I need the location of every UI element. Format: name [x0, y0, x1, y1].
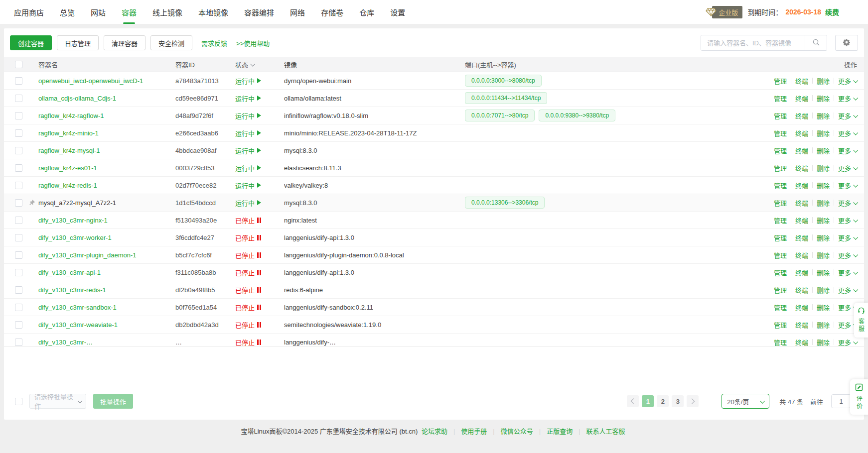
batch-operation-button[interactable]: 批量操作 — [93, 394, 133, 409]
delete-link[interactable]: 删除 — [817, 250, 830, 260]
goto-page-input[interactable] — [831, 394, 851, 408]
container-name-link[interactable]: openwebui_iwcd-openwebui_iwcD-1 — [38, 77, 143, 85]
row-checkbox[interactable] — [15, 199, 22, 207]
nav-tab-settings[interactable]: 设置 — [390, 0, 405, 24]
row-checkbox[interactable] — [15, 112, 22, 119]
row-checkbox[interactable] — [15, 164, 22, 172]
terminal-link[interactable]: 终端 — [795, 94, 808, 103]
container-name-link[interactable]: ragflow_kr4z-es01-1 — [38, 164, 97, 172]
terminal-link[interactable]: 终端 — [795, 338, 808, 347]
search-input[interactable] — [701, 35, 805, 50]
delete-link[interactable]: 删除 — [817, 320, 830, 330]
container-name-link[interactable]: dify_v130_c3mr-sandbox-1 — [38, 304, 117, 311]
delete-link[interactable]: 删除 — [817, 285, 830, 295]
nav-tab-volumes[interactable]: 存储卷 — [321, 0, 343, 24]
row-checkbox[interactable] — [15, 217, 22, 224]
more-link[interactable]: 更多 — [838, 338, 857, 347]
footer-link-forum-help[interactable]: 论坛求助 — [422, 428, 447, 435]
manage-link[interactable]: 管理 — [774, 94, 787, 103]
col-header-status[interactable]: 状态 — [235, 60, 284, 69]
delete-link[interactable]: 删除 — [817, 146, 830, 155]
terminal-link[interactable]: 终端 — [795, 181, 808, 190]
terminal-link[interactable]: 终端 — [795, 111, 808, 120]
nav-tab-registry[interactable]: 仓库 — [359, 0, 374, 24]
footer-link-genuine-check[interactable]: 正版查询 — [547, 428, 573, 435]
nav-tab-compose[interactable]: 容器编排 — [244, 0, 274, 24]
delete-link[interactable]: 删除 — [817, 128, 830, 138]
manage-link[interactable]: 管理 — [774, 338, 787, 347]
manage-link[interactable]: 管理 — [774, 216, 787, 225]
terminal-link[interactable]: 终端 — [795, 163, 808, 173]
row-checkbox[interactable] — [15, 269, 22, 276]
footer-link-manual[interactable]: 使用手册 — [461, 428, 487, 435]
more-link[interactable]: 更多 — [838, 94, 857, 103]
container-name-link[interactable]: ollama_cdjs-ollama_Cdjs-1 — [38, 95, 116, 102]
page-prev-button[interactable] — [627, 395, 639, 407]
row-checkbox[interactable] — [15, 304, 22, 311]
more-link[interactable]: 更多 — [838, 181, 857, 190]
container-name-link[interactable]: dify_v130_c3mr-plugin_daemon-1 — [38, 251, 137, 259]
more-link[interactable]: 更多 — [838, 111, 857, 120]
more-link[interactable]: 更多 — [838, 76, 857, 86]
manage-link[interactable]: 管理 — [774, 146, 787, 155]
container-name-link[interactable]: dify_v130_c3mr-… — [38, 339, 93, 346]
container-name-link[interactable]: dify_v130_c3mr-worker-1 — [38, 234, 112, 241]
container-name-link[interactable]: ragflow_kr4z-mysql-1 — [38, 147, 100, 154]
page-button-1[interactable]: 1 — [642, 395, 654, 407]
manage-link[interactable]: 管理 — [774, 303, 787, 312]
terminal-link[interactable]: 终端 — [795, 76, 808, 86]
log-manage-button[interactable]: 日志管理 — [57, 35, 99, 50]
manage-link[interactable]: 管理 — [774, 76, 787, 86]
delete-link[interactable]: 删除 — [817, 338, 830, 347]
row-checkbox[interactable] — [15, 77, 22, 85]
terminal-link[interactable]: 终端 — [795, 233, 808, 242]
more-link[interactable]: 更多 — [838, 163, 857, 173]
delete-link[interactable]: 删除 — [817, 181, 830, 190]
clean-container-button[interactable]: 清理容器 — [104, 35, 145, 50]
manage-link[interactable]: 管理 — [774, 285, 787, 295]
manage-link[interactable]: 管理 — [774, 268, 787, 277]
select-all-checkbox[interactable] — [15, 61, 22, 68]
row-checkbox[interactable] — [15, 182, 22, 189]
container-name-link[interactable]: ragflow_kr4z-ragflow-1 — [38, 112, 104, 119]
footer-link-wechat-official[interactable]: 微信公众号 — [501, 428, 533, 435]
manage-link[interactable]: 管理 — [774, 163, 787, 173]
terminal-link[interactable]: 终端 — [795, 320, 808, 330]
help-link[interactable]: >>使用帮助 — [236, 38, 270, 48]
delete-link[interactable]: 删除 — [817, 111, 830, 120]
manage-link[interactable]: 管理 — [774, 198, 787, 208]
container-name-link[interactable]: dify_v130_c3mr-weaviate-1 — [38, 321, 118, 329]
terminal-link[interactable]: 终端 — [795, 198, 808, 208]
more-link[interactable]: 更多 — [838, 128, 857, 138]
container-name-link[interactable]: dify_v130_c3mr-redis-1 — [38, 286, 106, 294]
manage-link[interactable]: 管理 — [774, 181, 787, 190]
container-name-link[interactable]: dify_v130_c3mr-api-1 — [38, 269, 101, 276]
manage-link[interactable]: 管理 — [774, 233, 787, 242]
more-link[interactable]: 更多 — [838, 198, 857, 208]
nav-tab-online-images[interactable]: 线上镜像 — [152, 0, 182, 24]
delete-link[interactable]: 删除 — [817, 268, 830, 277]
customer-service-tab[interactable]: 客服 — [854, 303, 868, 338]
more-link[interactable]: 更多 — [838, 216, 857, 225]
row-checkbox[interactable] — [15, 321, 22, 329]
terminal-link[interactable]: 终端 — [795, 285, 808, 295]
terminal-link[interactable]: 终端 — [795, 268, 808, 277]
manage-link[interactable]: 管理 — [774, 128, 787, 138]
nav-tab-overview[interactable]: 总览 — [60, 0, 75, 24]
more-link[interactable]: 更多 — [838, 285, 857, 295]
nav-tab-website[interactable]: 网站 — [91, 0, 106, 24]
more-link[interactable]: 更多 — [838, 146, 857, 155]
batch-select-all-checkbox[interactable] — [15, 398, 22, 405]
security-check-button[interactable]: 安全检测 — [150, 35, 192, 50]
row-checkbox[interactable] — [15, 234, 22, 241]
create-container-button[interactable]: 创建容器 — [10, 35, 52, 50]
delete-link[interactable]: 删除 — [817, 76, 830, 86]
delete-link[interactable]: 删除 — [817, 216, 830, 225]
row-checkbox[interactable] — [15, 129, 22, 137]
row-checkbox[interactable] — [15, 147, 22, 154]
feedback-link[interactable]: 需求反馈 — [201, 38, 227, 48]
page-button-3[interactable]: 3 — [672, 395, 684, 407]
settings-button[interactable] — [835, 35, 858, 51]
delete-link[interactable]: 删除 — [817, 303, 830, 312]
terminal-link[interactable]: 终端 — [795, 216, 808, 225]
